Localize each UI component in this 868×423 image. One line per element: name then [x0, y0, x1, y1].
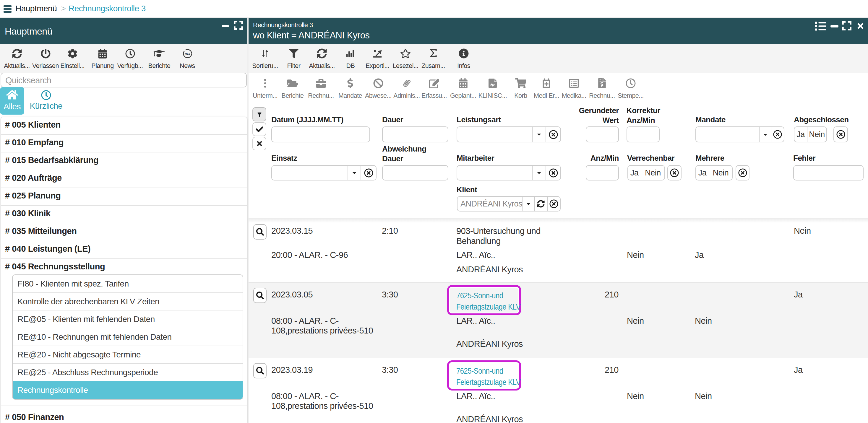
svg-text:MLS: MLS — [185, 52, 190, 55]
